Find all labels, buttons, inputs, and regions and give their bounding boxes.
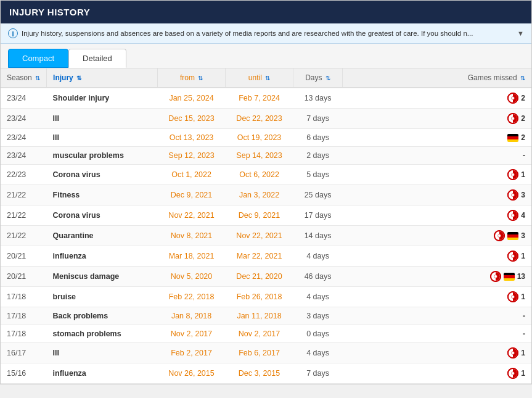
table-row: 17/18bruiseFeb 22, 2018Feb 26, 20184 day… xyxy=(1,287,531,307)
tab-bar: Compact Detailed xyxy=(1,44,531,68)
games-count: 2 xyxy=(521,94,525,102)
cell-days: 7 days xyxy=(293,109,343,129)
germany-flag-icon xyxy=(507,134,518,142)
cell-injury: Ill xyxy=(47,109,158,129)
info-bar: i Injury history, suspensions and absenc… xyxy=(1,23,531,44)
cell-until: Jan 11, 2018 xyxy=(226,307,293,325)
bayern-icon xyxy=(507,113,518,124)
bayern-icon xyxy=(494,230,505,241)
games-count: - xyxy=(523,330,525,338)
sort-icon-until: ⇅ xyxy=(265,75,270,81)
cell-days: 7 days xyxy=(293,363,343,384)
cell-from: Nov 26, 2015 xyxy=(158,363,226,384)
cell-games-missed: 4 xyxy=(343,205,531,226)
cell-injury: influenza xyxy=(47,246,158,267)
svg-point-20 xyxy=(512,255,515,258)
bayern-icon xyxy=(507,291,518,302)
germany-flag-icon xyxy=(504,273,515,281)
cell-games-missed: 13 xyxy=(343,267,531,287)
cell-injury: Ill xyxy=(47,129,158,147)
injury-table: Season ⇅ Injury ⇅ from ⇅ until ⇅ xyxy=(1,68,531,384)
svg-point-23 xyxy=(494,275,497,278)
table-row: 17/18stomach problemsNov 2, 2017Nov 2, 2… xyxy=(1,325,531,343)
games-count: 1 xyxy=(521,252,525,260)
cell-days: 0 days xyxy=(293,325,343,343)
svg-point-29 xyxy=(512,352,515,355)
bayern-icon xyxy=(507,93,518,104)
cell-games-missed: 3 xyxy=(343,185,531,205)
dropdown-arrow-icon[interactable]: ▼ xyxy=(517,30,524,37)
germany-flag-icon xyxy=(507,232,518,240)
panel-header: INJURY HISTORY xyxy=(1,1,531,23)
table-row: 15/16influenzaNov 26, 2015Dec 3, 20157 d… xyxy=(1,363,531,384)
svg-point-8 xyxy=(512,173,515,176)
cell-from: Feb 2, 2017 xyxy=(158,343,226,363)
cell-injury: stomach problems xyxy=(47,325,158,343)
cell-season: 16/17 xyxy=(1,343,47,363)
col-header-games[interactable]: Games missed ⇅ xyxy=(343,68,531,88)
cell-season: 23/24 xyxy=(1,88,47,109)
cell-days: 2 days xyxy=(293,147,343,165)
cell-until: Dec 21, 2020 xyxy=(226,267,293,287)
svg-point-11 xyxy=(512,194,515,197)
col-header-until[interactable]: until ⇅ xyxy=(226,68,293,88)
table-row: 23/24muscular problemsSep 12, 2023Sep 14… xyxy=(1,147,531,165)
sort-icon-from: ⇅ xyxy=(198,75,203,81)
cell-days: 17 days xyxy=(293,205,343,226)
cell-injury: bruise xyxy=(47,287,158,307)
cell-until: Dec 22, 2023 xyxy=(226,109,293,129)
svg-point-5 xyxy=(512,117,515,120)
games-count: 1 xyxy=(521,349,525,357)
cell-season: 23/24 xyxy=(1,129,47,147)
cell-until: Feb 26, 2018 xyxy=(226,287,293,307)
info-icon: i xyxy=(8,28,18,38)
table-row: 22/23Corona virusOct 1, 2022Oct 6, 20225… xyxy=(1,165,531,185)
cell-games-missed: 1 xyxy=(343,363,531,384)
col-header-days[interactable]: Days ⇅ xyxy=(293,68,343,88)
col-header-season[interactable]: Season ⇅ xyxy=(1,68,47,88)
cell-until: Feb 7, 2024 xyxy=(226,88,293,109)
tab-compact[interactable]: Compact xyxy=(8,49,68,68)
table-row: 21/22FitnessDec 9, 2021Jan 3, 202225 day… xyxy=(1,185,531,205)
injury-table-wrapper: Season ⇅ Injury ⇅ from ⇅ until ⇅ xyxy=(1,68,531,384)
cell-days: 13 days xyxy=(293,88,343,109)
games-count: 3 xyxy=(521,231,525,240)
cell-season: 20/21 xyxy=(1,246,47,267)
cell-injury: influenza xyxy=(47,363,158,384)
cell-season: 23/24 xyxy=(1,109,47,129)
col-header-injury[interactable]: Injury ⇅ xyxy=(47,68,158,88)
cell-from: Nov 8, 2021 xyxy=(158,226,226,246)
cell-games-missed: 1 xyxy=(343,165,531,185)
cell-injury: Shoulder injury xyxy=(47,88,158,109)
panel-title: INJURY HISTORY xyxy=(9,7,90,17)
info-text: Injury history, suspensions and absences… xyxy=(22,30,514,37)
cell-games-missed: - xyxy=(343,147,531,165)
cell-until: Oct 19, 2023 xyxy=(226,129,293,147)
sort-icon-games: ⇅ xyxy=(520,75,525,81)
cell-from: Sep 12, 2023 xyxy=(158,147,226,165)
tab-detailed[interactable]: Detailed xyxy=(68,49,126,68)
games-count: 2 xyxy=(521,114,525,123)
col-header-from[interactable]: from ⇅ xyxy=(158,68,226,88)
cell-season: 17/18 xyxy=(1,307,47,325)
table-row: 16/17IllFeb 2, 2017Feb 6, 20174 days 1 xyxy=(1,343,531,363)
bayern-icon xyxy=(490,271,501,282)
cell-season: 17/18 xyxy=(1,325,47,343)
svg-point-2 xyxy=(512,97,515,100)
games-count: 1 xyxy=(521,369,525,378)
table-row: 21/22QuarantineNov 8, 2021Nov 22, 202114… xyxy=(1,226,531,246)
cell-until: Oct 6, 2022 xyxy=(226,165,293,185)
cell-injury: Quarantine xyxy=(47,226,158,246)
cell-injury: Corona virus xyxy=(47,205,158,226)
cell-injury: Meniscus damage xyxy=(47,267,158,287)
cell-games-missed: 2 xyxy=(343,109,531,129)
cell-games-missed: - xyxy=(343,307,531,325)
bayern-icon xyxy=(507,347,518,359)
svg-point-26 xyxy=(512,296,515,299)
cell-until: Jan 3, 2022 xyxy=(226,185,293,205)
cell-from: Nov 5, 2020 xyxy=(158,267,226,287)
games-count: 1 xyxy=(521,292,525,301)
cell-season: 22/23 xyxy=(1,165,47,185)
games-count: 2 xyxy=(521,133,525,142)
bayern-icon xyxy=(507,169,518,180)
